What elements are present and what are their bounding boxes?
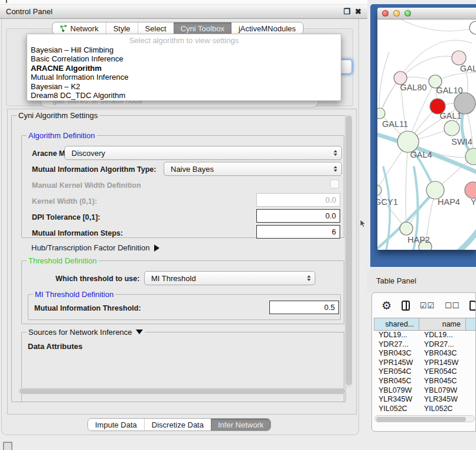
minimized-panel-chip[interactable] bbox=[3, 442, 12, 450]
tab-infer-network[interactable]: Infer Network bbox=[211, 419, 270, 431]
table-cell: YBR045C bbox=[419, 377, 466, 386]
tab-select[interactable]: Select bbox=[138, 22, 174, 34]
tab-label: Discretize Data bbox=[152, 420, 204, 429]
network-node[interactable] bbox=[452, 51, 466, 65]
table-cell: YDR27... bbox=[374, 340, 419, 350]
table-cell: YDL19... bbox=[419, 331, 466, 340]
table-cell: YBR043C bbox=[419, 349, 466, 358]
algorithm-definition-group: Algorithm Definition Aracne Mode: Discov… bbox=[21, 135, 344, 238]
network-node[interactable] bbox=[465, 182, 476, 198]
hub-definition-toggle[interactable]: Hub/Transcription Factor Definition bbox=[31, 243, 159, 252]
table-cell bbox=[466, 349, 476, 358]
table-row[interactable]: YIL052CYIL052C9 bbox=[374, 405, 476, 414]
tab-style[interactable]: Style bbox=[106, 22, 138, 34]
top-tick bbox=[6, 0, 7, 3]
tab-label: jActiveMNodules bbox=[239, 24, 296, 33]
network-window: GALGAL80GAL10GAL11GAL1SWI4GAL4GCY1HAP4YH… bbox=[377, 8, 476, 250]
float-icon[interactable]: ❐ bbox=[343, 7, 350, 16]
table-row[interactable]: YER054CYER054C8. bbox=[374, 367, 476, 377]
tab-label: Impute Data bbox=[95, 420, 137, 429]
deselect-all-checkboxes-icon[interactable]: ☐☐ bbox=[445, 301, 459, 310]
network-window-titlebar[interactable] bbox=[377, 8, 476, 19]
column-header-a[interactable]: A bbox=[466, 318, 476, 331]
algorithm-option-basic-correlation-inference[interactable]: Basic Correlation Inference bbox=[27, 54, 341, 63]
tab-label: Infer Network bbox=[218, 420, 263, 429]
control-panel-titlebar: Control Panel ❐ ✖ bbox=[0, 5, 367, 19]
mouse-cursor bbox=[360, 219, 367, 229]
mi-steps-field[interactable]: 6 bbox=[256, 225, 340, 239]
data-attributes-label: Data Attributes bbox=[28, 342, 83, 351]
table-cell: 13 bbox=[466, 331, 476, 340]
manual-kernel-checkbox[interactable] bbox=[330, 180, 339, 188]
threshold-definition-group: Threshold Definition Which threshold to … bbox=[21, 260, 344, 324]
select-all-checkboxes-icon[interactable]: ☑☑ bbox=[420, 301, 435, 310]
stepper-icon bbox=[307, 275, 311, 281]
tab-discretize-data[interactable]: Discretize Data bbox=[144, 419, 211, 431]
network-icon bbox=[60, 25, 67, 32]
export-table-icon[interactable] bbox=[470, 301, 476, 311]
network-node[interactable] bbox=[377, 185, 382, 195]
close-icon[interactable]: ✖ bbox=[355, 7, 361, 16]
settings-vscrollbar-thumb[interactable] bbox=[345, 116, 352, 385]
minimize-traffic-light-icon[interactable] bbox=[393, 10, 400, 17]
column-header-shared[interactable]: shared... bbox=[374, 318, 419, 331]
network-canvas[interactable]: GALGAL80GAL10GAL11GAL1SWI4GAL4GCY1HAP4YH… bbox=[377, 19, 476, 250]
table-cell bbox=[466, 386, 476, 396]
node-table: shared...nameAYDL19...YDL19...13YDR27...… bbox=[374, 318, 476, 413]
tab-network[interactable]: Network bbox=[53, 22, 106, 34]
manual-kernel-label: Manual Kernel Width Definition bbox=[32, 181, 141, 190]
mi-threshold-field[interactable]: 0.5 bbox=[269, 301, 339, 314]
network-node[interactable] bbox=[426, 181, 444, 199]
sources-group-title[interactable]: Sources for Network Inference bbox=[27, 328, 145, 337]
mi-type-value: Naive Bayes bbox=[171, 165, 214, 174]
node-label: GAL1 bbox=[439, 111, 461, 120]
table-cell: 9. bbox=[466, 395, 476, 405]
node-label: GCY1 bbox=[377, 197, 398, 207]
table-row[interactable]: YBR043CYBR043C bbox=[374, 349, 476, 358]
node-label: GAL10 bbox=[436, 86, 462, 95]
control-panel-title: Control Panel bbox=[6, 7, 53, 16]
table-row[interactable]: YDR27...YDR27...12 bbox=[374, 340, 476, 350]
network-node[interactable] bbox=[377, 108, 385, 119]
tab-impute-data[interactable]: Impute Data bbox=[88, 419, 144, 431]
table-cell: YER054C bbox=[374, 367, 419, 377]
network-node[interactable] bbox=[470, 21, 476, 34]
table-hscrollbar[interactable] bbox=[374, 415, 475, 422]
tab-cyni-toolbox[interactable]: Cyni Toolbox bbox=[174, 22, 232, 34]
node-label: HAP4 bbox=[438, 197, 460, 207]
algorithm-option-bayesian-hill-climbing[interactable]: Bayesian – Hill Climbing bbox=[27, 45, 341, 54]
table-row[interactable]: YDL19...YDL19...13 bbox=[374, 331, 476, 340]
cyni-group-title: Cyni Algorithm Settings bbox=[17, 111, 99, 120]
algorithm-option-bayesian-k2[interactable]: Bayesian – K2 bbox=[27, 82, 341, 91]
network-node[interactable] bbox=[400, 222, 413, 235]
kernel-width-field[interactable]: 0.0 bbox=[256, 193, 340, 207]
tab-jactivemnodules[interactable]: jActiveMNodules bbox=[232, 22, 303, 34]
dpi-tolerance-field[interactable]: 0.0 bbox=[256, 209, 340, 223]
mi-type-combo[interactable]: Naive Bayes bbox=[164, 162, 342, 176]
table-row[interactable]: YBL079WYBL079W bbox=[374, 386, 476, 396]
table-panel-title: Table Panel bbox=[376, 276, 416, 285]
algorithm-option-aracne-algorithm[interactable]: ARACNE Algorithm bbox=[27, 64, 341, 73]
table-row[interactable]: YLR345WYLR345W9. bbox=[374, 395, 476, 405]
network-node[interactable] bbox=[444, 120, 459, 136]
table-row[interactable]: YBR045CYBR045C9. bbox=[374, 377, 476, 386]
network-node[interactable] bbox=[397, 131, 419, 152]
column-header-name[interactable]: name bbox=[419, 318, 466, 331]
columns-icon[interactable] bbox=[402, 301, 410, 311]
gear-icon[interactable]: ⚙ bbox=[382, 300, 392, 311]
zoom-traffic-light-icon[interactable] bbox=[405, 10, 411, 17]
table-cell: YER054C bbox=[419, 367, 466, 377]
table-hscrollbar-thumb[interactable] bbox=[376, 417, 466, 422]
network-edge-highlight bbox=[455, 226, 476, 250]
which-threshold-label: Which threshold to use: bbox=[56, 275, 139, 283]
aracne-mode-combo[interactable]: Discovery bbox=[64, 146, 342, 160]
network-edge bbox=[400, 56, 459, 78]
settings-hscrollbar-thumb[interactable] bbox=[19, 389, 345, 394]
close-traffic-light-icon[interactable] bbox=[382, 10, 389, 17]
algorithm-option-dream8-dc-tdc-algorithm[interactable]: Dream8 DC_TDC Algorithm bbox=[27, 91, 341, 100]
table-cell: YDR27... bbox=[419, 340, 466, 350]
table-row[interactable]: YPR145WYPR145W9. bbox=[374, 358, 476, 368]
algorithm-option-mutual-information-inference[interactable]: Mutual Information Inference bbox=[27, 73, 341, 81]
threshold-definition-title: Threshold Definition bbox=[27, 256, 99, 265]
which-threshold-combo[interactable]: MI Threshold bbox=[144, 271, 315, 285]
